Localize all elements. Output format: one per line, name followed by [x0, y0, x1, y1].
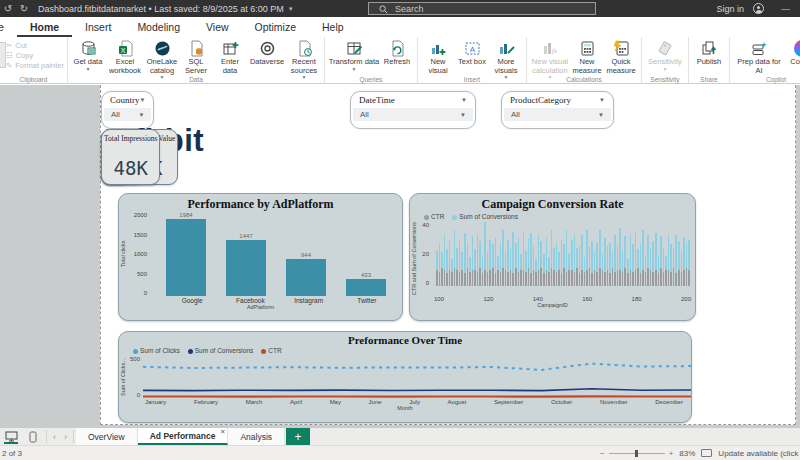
transform-data-button[interactable]: Transform data▼ [328, 39, 380, 72]
new-visual-button[interactable]: New visual [421, 39, 455, 75]
campaign-bar[interactable] [487, 252, 489, 286]
new-measure-button[interactable]: New measure [570, 39, 604, 75]
campaign-bar[interactable] [489, 240, 491, 286]
campaign-bar[interactable] [675, 235, 677, 286]
campaign-bar[interactable] [579, 246, 581, 286]
add-page-button[interactable]: + [286, 428, 310, 445]
tab-optimize[interactable]: Optimize [242, 18, 309, 37]
campaign-bar[interactable] [624, 236, 626, 286]
campaign-bar[interactable] [647, 235, 649, 286]
campaign-bar[interactable] [586, 230, 588, 286]
legend-sum-of-conversions[interactable]: Sum of Conversions [188, 347, 254, 354]
campaign-bar[interactable] [482, 257, 484, 286]
desktop-view-button[interactable] [0, 428, 22, 445]
campaign-bar[interactable] [515, 243, 517, 286]
format-painter-button[interactable]: ✎Format painter [6, 61, 64, 70]
undo-icon[interactable]: ↺ [0, 3, 16, 14]
campaign-bar[interactable] [678, 241, 680, 286]
excel-workbook-button[interactable]: X Excel workbook [105, 39, 145, 75]
campaign-bar[interactable] [670, 244, 672, 286]
campaign-bar[interactable] [553, 248, 555, 286]
campaign-bar[interactable] [602, 254, 604, 286]
campaign-bar[interactable] [512, 232, 514, 286]
account-avatar-icon[interactable] [753, 3, 764, 14]
zoom-slider[interactable]: − + [600, 449, 673, 458]
campaign-bar[interactable] [535, 259, 537, 286]
campaign-bar[interactable] [497, 256, 499, 286]
campaign-bar[interactable] [581, 235, 583, 286]
campaign-bar[interactable] [665, 256, 667, 286]
campaign-bar[interactable] [561, 240, 563, 286]
tab-help[interactable]: Help [309, 18, 357, 37]
campaign-bar[interactable] [645, 256, 647, 286]
kpi-card-total-impressions[interactable]: Total Impressions 48K [101, 129, 160, 185]
more-visuals-button[interactable]: More visuals▼ [489, 39, 523, 81]
campaign-bar[interactable] [609, 243, 611, 286]
campaign-bar[interactable] [449, 240, 451, 286]
close-icon[interactable]: ✕ [220, 428, 225, 436]
campaign-bar[interactable] [505, 252, 507, 286]
cut-button[interactable]: ✂Cut [6, 41, 64, 50]
campaign-bar[interactable] [663, 248, 665, 286]
campaign-bar[interactable] [474, 249, 476, 286]
report-page[interactable]: →← DateTime▼ All▼ ProductCategory▼ All▼ … [100, 85, 796, 425]
bar-facebook[interactable]: 1447 [222, 233, 270, 296]
campaign-bar[interactable] [619, 228, 621, 286]
campaign-bar[interactable] [604, 238, 606, 286]
campaign-bar[interactable] [436, 251, 438, 286]
redo-icon[interactable]: ↻ [16, 3, 32, 14]
campaign-bar[interactable] [655, 233, 657, 286]
bar[interactable] [226, 240, 266, 296]
campaign-bar[interactable] [617, 244, 619, 286]
campaign-bar[interactable] [502, 230, 504, 286]
campaign-bar[interactable] [530, 233, 532, 286]
update-available-text[interactable]: Update available (click [718, 449, 798, 458]
campaign-bar[interactable] [607, 246, 609, 286]
campaign-bar[interactable] [472, 236, 474, 286]
campaign-bar[interactable] [469, 257, 471, 286]
campaign-bar[interactable] [640, 244, 642, 286]
prev-page-arrow[interactable]: ‹ [49, 428, 60, 445]
campaign-bar[interactable] [543, 254, 545, 286]
slicer-productcategory[interactable]: ProductCategory▼ All▼ [501, 91, 614, 129]
campaign-bar[interactable] [683, 238, 685, 286]
campaign-bar[interactable] [594, 251, 596, 286]
bar[interactable] [286, 259, 326, 296]
chevron-down-icon[interactable]: ▼ [461, 97, 467, 103]
campaign-bar[interactable] [467, 243, 469, 286]
zoom-track[interactable] [609, 453, 665, 454]
campaign-bar[interactable] [456, 248, 458, 286]
campaign-bar[interactable] [484, 222, 486, 286]
campaign-bar[interactable] [454, 230, 456, 286]
zoom-thumb[interactable] [635, 450, 638, 457]
zoom-out-icon[interactable]: − [600, 449, 605, 458]
campaign-bar[interactable] [558, 252, 560, 286]
chart-performance-by-adplatform[interactable]: Performance by AdPlatform Total clicks 2… [118, 193, 403, 321]
legend-sum-of-conversions[interactable]: Sum of Conversions [452, 213, 518, 220]
legend-ctr[interactable]: CTR [424, 213, 444, 220]
quick-measure-button[interactable]: Quick measure [604, 39, 638, 75]
campaign-bar[interactable] [635, 232, 637, 286]
campaign-bar[interactable] [525, 251, 527, 286]
refresh-button[interactable]: Refresh [380, 39, 414, 67]
copilot-button[interactable]: Copilot [785, 39, 800, 67]
mobile-view-button[interactable] [22, 428, 44, 445]
campaign-bar[interactable] [459, 240, 461, 286]
campaign-bar[interactable] [479, 241, 481, 286]
campaign-bar[interactable] [546, 238, 548, 286]
campaign-bar[interactable] [528, 238, 530, 286]
dataverse-button[interactable]: Dataverse [247, 39, 287, 67]
campaign-bar[interactable] [444, 235, 446, 286]
line-sum-of-conversions[interactable] [143, 389, 691, 391]
campaign-bar[interactable] [658, 256, 660, 286]
campaign-bar[interactable] [673, 248, 675, 286]
campaign-bar[interactable] [500, 243, 502, 286]
campaign-bar[interactable] [642, 230, 644, 286]
bar-twitter[interactable]: 433 [342, 272, 390, 296]
sensitivity-button[interactable]: Sensitivity▼ [645, 39, 685, 72]
sign-in-button[interactable]: Sign in [716, 4, 744, 14]
campaign-bar[interactable] [477, 235, 479, 286]
copy-button[interactable]: ☷Copy [6, 51, 64, 60]
campaign-bar[interactable] [614, 235, 616, 286]
title-dropdown-icon[interactable]: ▼ [288, 6, 294, 12]
